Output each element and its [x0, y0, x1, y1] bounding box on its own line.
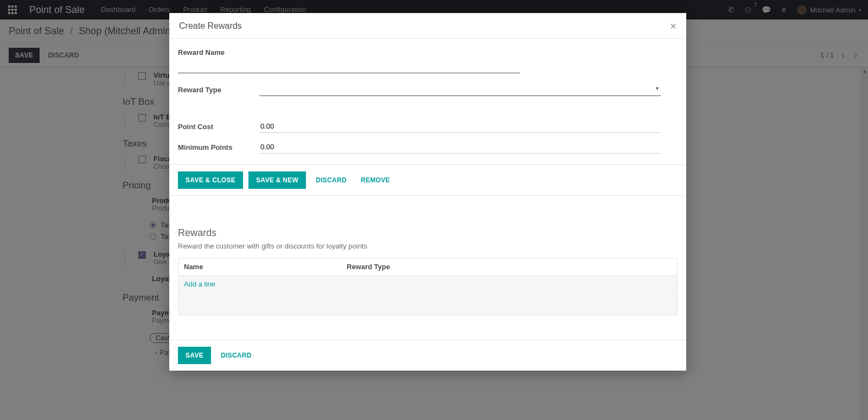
rewards-section: Rewards Reward the customer with gifts o…	[169, 195, 686, 340]
modal-header: Create Rewards ×	[169, 13, 686, 39]
rewards-table: Name Reward Type Add a line	[178, 258, 678, 315]
modal-title: Create Rewards	[179, 21, 242, 31]
rewards-title: Rewards	[178, 227, 678, 239]
modal-footer: SAVE DISCARD	[169, 340, 686, 371]
modal-remove-button[interactable]: REMOVE	[356, 171, 394, 189]
footer-save-button[interactable]: SAVE	[178, 347, 211, 364]
add-line-link[interactable]: Add a line	[184, 280, 215, 288]
save-new-button[interactable]: SAVE & NEW	[248, 171, 306, 189]
reward-name-input[interactable]	[178, 60, 520, 73]
col-name-header: Name	[178, 258, 341, 275]
rewards-subtitle: Reward the customer with gifts or discou…	[178, 242, 678, 250]
create-rewards-modal: Create Rewards × Reward Name Reward Type…	[169, 13, 686, 371]
footer-discard-button[interactable]: DISCARD	[216, 347, 256, 364]
modal-close-button[interactable]: ×	[670, 21, 676, 31]
point-cost-label: Point Cost	[178, 123, 259, 131]
reward-type-select[interactable]	[259, 83, 661, 96]
modal-body: Reward Name Reward Type Point Cost Minim…	[169, 39, 686, 164]
reward-name-label: Reward Name	[178, 48, 259, 56]
modal-discard-button[interactable]: DISCARD	[311, 171, 351, 189]
col-type-header: Reward Type	[341, 258, 677, 275]
minimum-points-input[interactable]	[259, 141, 661, 154]
modal-actions: SAVE & CLOSE SAVE & NEW DISCARD REMOVE	[169, 164, 686, 195]
save-close-button[interactable]: SAVE & CLOSE	[178, 171, 243, 189]
minimum-points-label: Minimum Points	[178, 143, 259, 151]
table-row: Add a line	[178, 276, 677, 293]
point-cost-input[interactable]	[259, 120, 661, 133]
reward-type-label: Reward Type	[178, 86, 259, 94]
